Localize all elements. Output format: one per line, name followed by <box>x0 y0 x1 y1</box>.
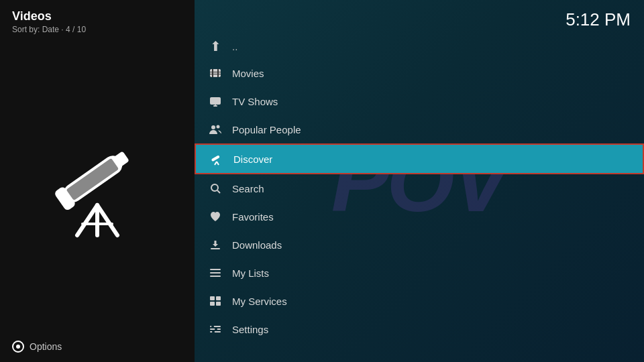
svg-rect-13 <box>210 72 221 72</box>
svg-rect-27 <box>210 272 221 274</box>
svg-point-19 <box>217 125 220 129</box>
menu-item-label-search: Search <box>232 183 264 194</box>
menu-item-popular[interactable]: Popular People <box>195 115 644 143</box>
menu-item-icon-settings <box>208 322 223 337</box>
menu-list: ⬆..MoviesTV ShowsPopular PeopleDiscoverS… <box>195 34 644 343</box>
svg-rect-11 <box>212 69 213 77</box>
menu-item-label-mylists: My Lists <box>232 267 269 279</box>
main-content: POV 5:12 PM ⬆..MoviesTV ShowsPopular Peo… <box>195 0 644 362</box>
menu-item-favorites[interactable]: Favorites <box>195 202 644 231</box>
menu-item-movies[interactable]: Movies <box>195 59 644 87</box>
menu-item-icon-search <box>208 181 223 196</box>
menu-item-settings[interactable]: Settings <box>195 315 644 343</box>
svg-line-5 <box>97 205 117 235</box>
svg-rect-16 <box>213 105 217 107</box>
menu-item-discover[interactable]: Discover <box>195 143 644 174</box>
svg-point-9 <box>16 345 20 349</box>
svg-point-36 <box>211 325 214 328</box>
sidebar-subtitle: Sort by: Date · 4 / 10 <box>12 25 182 34</box>
svg-point-23 <box>211 184 218 191</box>
menu-item-icon-tvshows <box>208 94 223 109</box>
svg-rect-10 <box>210 69 221 77</box>
options-label: Options <box>30 341 62 352</box>
sidebar-header: Videos Sort by: Date · 4 / 10 <box>0 0 195 38</box>
svg-rect-3 <box>66 158 119 200</box>
svg-point-38 <box>212 330 215 333</box>
menu-item-mylists[interactable]: My Lists <box>195 259 644 287</box>
menu-item-icon-movies <box>208 66 223 80</box>
telescope-icon <box>44 131 151 239</box>
menu-item-icon-parent: ⬆ <box>208 39 223 54</box>
menu-item-label-myservices: My Services <box>232 296 287 307</box>
menu-item-label-settings: Settings <box>232 324 268 335</box>
menu-item-label-favorites: Favorites <box>232 211 274 223</box>
menu-item-search[interactable]: Search <box>195 174 644 202</box>
sidebar-icon-area <box>0 38 195 331</box>
menu-item-label-tvshows: TV Shows <box>232 96 278 107</box>
options-icon <box>12 341 24 353</box>
menu-item-myservices[interactable]: My Services <box>195 287 644 315</box>
svg-rect-29 <box>210 296 215 300</box>
sidebar-title: Videos <box>12 9 182 23</box>
svg-line-24 <box>217 190 220 193</box>
svg-line-4 <box>77 205 97 235</box>
menu-item-icon-downloads <box>208 237 223 252</box>
menu-item-icon-myservices <box>208 294 223 308</box>
svg-rect-26 <box>210 269 221 270</box>
menu-item-parent[interactable]: ⬆.. <box>195 34 644 59</box>
menu-item-icon-favorites <box>208 209 223 224</box>
menu-item-label-downloads: Downloads <box>232 239 282 251</box>
svg-rect-20 <box>211 155 220 162</box>
svg-rect-25 <box>211 248 220 249</box>
menu-item-icon-mylists <box>208 265 223 280</box>
svg-point-18 <box>211 125 215 129</box>
sidebar-footer[interactable]: Options <box>0 331 195 362</box>
svg-rect-12 <box>217 69 219 77</box>
svg-rect-15 <box>210 97 221 105</box>
menu-item-label-parent: .. <box>232 41 237 52</box>
menu-item-tvshows[interactable]: TV Shows <box>195 87 644 115</box>
svg-rect-32 <box>216 302 221 306</box>
svg-line-22 <box>217 162 219 165</box>
menu-item-label-popular: Popular People <box>232 124 301 135</box>
sidebar: Videos Sort by: Date · 4 / 10 <box>0 0 195 362</box>
menu-item-label-discover: Discover <box>233 154 272 165</box>
svg-point-37 <box>215 328 217 330</box>
svg-rect-35 <box>210 331 221 333</box>
menu-item-icon-discover <box>209 152 224 166</box>
menu-item-downloads[interactable]: Downloads <box>195 231 644 259</box>
svg-rect-30 <box>216 296 221 300</box>
svg-rect-28 <box>210 276 221 277</box>
time-display: 5:12 PM <box>566 9 631 30</box>
menu-item-label-movies: Movies <box>232 68 264 79</box>
svg-rect-31 <box>210 302 215 306</box>
menu-item-icon-popular <box>208 122 223 137</box>
svg-rect-14 <box>210 74 221 74</box>
